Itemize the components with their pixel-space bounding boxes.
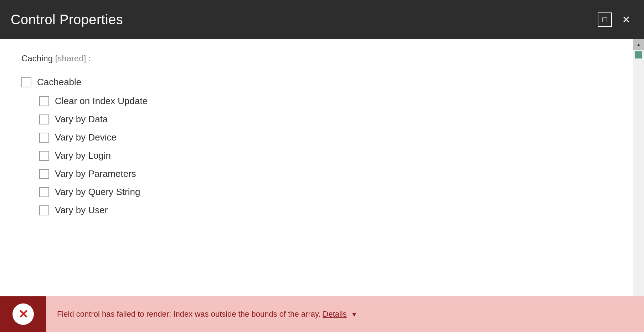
vary-by-parameters-item: Vary by Parameters — [39, 165, 623, 183]
caching-label: Caching [shared] : — [21, 53, 623, 63]
vary-by-data-item: Vary by Data — [39, 110, 623, 128]
clear-on-index-update-item: Clear on Index Update — [39, 92, 623, 110]
error-message-text: Field control has failed to render: Inde… — [57, 310, 320, 318]
vary-by-query-string-label: Vary by Query String — [55, 187, 140, 198]
vary-by-data-label: Vary by Data — [55, 114, 108, 125]
error-text: Field control has failed to render: Inde… — [57, 310, 357, 319]
cacheable-item: Cacheable — [21, 72, 623, 92]
vary-by-login-item: Vary by Login — [39, 147, 623, 165]
cacheable-checkbox[interactable] — [21, 77, 31, 87]
vary-by-parameters-checkbox[interactable] — [39, 169, 49, 179]
dialog-header: Control Properties □ × — [0, 0, 644, 39]
error-details-link[interactable]: Details — [323, 310, 347, 318]
cacheable-label[interactable]: Cacheable — [37, 77, 81, 88]
vary-by-query-string-checkbox[interactable] — [39, 187, 49, 197]
dialog-content: Caching [shared] : Cacheable Clear on In… — [0, 39, 644, 296]
checkbox-group: Cacheable Clear on Index Update Vary by … — [21, 72, 623, 219]
header-controls: □ × — [598, 12, 633, 27]
maximize-button[interactable]: □ — [598, 12, 612, 27]
caching-text: Caching — [21, 53, 53, 63]
vary-by-user-item: Vary by User — [39, 201, 623, 219]
close-button[interactable]: × — [619, 12, 633, 27]
error-message-container: Field control has failed to render: Inde… — [46, 296, 644, 332]
vary-by-user-label: Vary by User — [55, 205, 108, 216]
dialog-body: ▲ Caching [shared] : Cacheable — [0, 39, 644, 332]
vary-by-data-checkbox[interactable] — [39, 114, 49, 124]
caching-colon: : — [88, 53, 91, 63]
clear-on-index-update-label: Clear on Index Update — [55, 96, 148, 107]
error-banner: ✕ Field control has failed to render: In… — [0, 296, 644, 332]
error-icon-circle: ✕ — [12, 303, 34, 325]
caching-shared-label: [shared] — [55, 53, 86, 63]
vary-by-parameters-label: Vary by Parameters — [55, 168, 136, 179]
clear-on-index-update-checkbox[interactable] — [39, 96, 49, 106]
error-chevron-icon: ▼ — [351, 311, 357, 318]
error-x-icon: ✕ — [18, 308, 28, 320]
vary-by-login-checkbox[interactable] — [39, 151, 49, 161]
vary-by-query-string-item: Vary by Query String — [39, 183, 623, 201]
vary-by-device-checkbox[interactable] — [39, 133, 49, 143]
vary-by-user-checkbox[interactable] — [39, 205, 49, 215]
dialog-title: Control Properties — [11, 12, 123, 27]
dialog-container: Control Properties □ × ▲ Caching [shared… — [0, 0, 644, 332]
vary-by-device-label: Vary by Device — [55, 132, 117, 143]
vary-by-device-item: Vary by Device — [39, 128, 623, 147]
error-icon-area: ✕ — [0, 296, 46, 332]
vary-by-login-label: Vary by Login — [55, 150, 111, 161]
